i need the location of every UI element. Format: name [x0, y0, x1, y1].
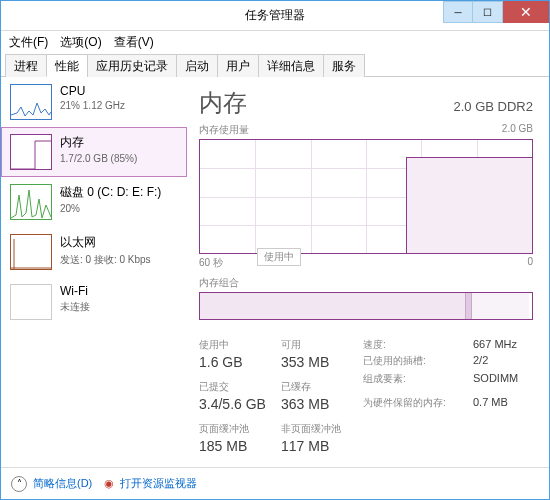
slots-value: 2/2 — [473, 354, 533, 370]
reserved-value: 0.7 MB — [473, 396, 533, 412]
form-value: SODIMM — [473, 372, 533, 394]
ethernet-title: 以太网 — [60, 234, 178, 251]
wifi-sub: 未连接 — [60, 300, 178, 314]
sidebar-item-ethernet[interactable]: 以太网发送: 0 接收: 0 Kbps — [1, 227, 187, 277]
chart-xleft: 60 秒 — [199, 256, 223, 270]
footer: ˄ 简略信息(D) ◉ 打开资源监视器 — [1, 467, 549, 499]
wifi-sparkline — [10, 284, 52, 320]
paged-label: 页面缓冲池 — [199, 422, 281, 436]
ethernet-sub: 发送: 0 接收: 0 Kbps — [60, 253, 178, 267]
speed-value: 667 MHz — [473, 338, 533, 352]
memory-sparkline — [10, 134, 52, 170]
menu-file[interactable]: 文件(F) — [9, 34, 48, 51]
close-button[interactable]: ✕ — [503, 1, 549, 23]
menu-view[interactable]: 查看(V) — [114, 34, 154, 51]
minimize-button[interactable]: ─ — [443, 1, 473, 23]
nonpaged-value: 117 MB — [281, 438, 363, 454]
titlebar: 任务管理器 ─ ☐ ✕ — [1, 1, 549, 31]
sidebar-item-wifi[interactable]: Wi-Fi未连接 — [1, 277, 187, 327]
chart-ylabel: 内存使用量 — [199, 123, 249, 137]
disk-sub: 20% — [60, 203, 178, 214]
form-label: 组成要素: — [363, 372, 473, 394]
memory-composition-chart — [199, 292, 533, 320]
chart-xright: 0 — [527, 256, 533, 270]
sidebar-item-cpu[interactable]: CPU21% 1.12 GHz — [1, 77, 187, 127]
ethernet-sparkline — [10, 234, 52, 270]
inuse-value: 1.6 GB — [199, 354, 281, 370]
page-title: 内存 — [199, 87, 247, 119]
menubar: 文件(F) 选项(O) 查看(V) — [1, 31, 549, 53]
tabbar: 进程 性能 应用历史记录 启动 用户 详细信息 服务 — [1, 53, 549, 77]
tab-performance[interactable]: 性能 — [46, 54, 88, 77]
speed-label: 速度: — [363, 338, 473, 352]
window-controls: ─ ☐ ✕ — [443, 1, 549, 23]
cached-label: 已缓存 — [281, 380, 363, 394]
sidebar-item-disk[interactable]: 磁盘 0 (C: D: E: F:)20% — [1, 177, 187, 227]
composition-label: 内存组合 — [199, 276, 239, 290]
cpu-sparkline — [10, 84, 52, 120]
tab-details[interactable]: 详细信息 — [258, 54, 324, 77]
resource-monitor-icon: ◉ — [104, 477, 114, 490]
commit-label: 已提交 — [199, 380, 281, 394]
content: CPU21% 1.12 GHz 内存1.7/2.0 GB (85%) 磁盘 0 … — [1, 77, 549, 467]
disk-title: 磁盘 0 (C: D: E: F:) — [60, 184, 178, 201]
avail-value: 353 MB — [281, 354, 363, 370]
window-title: 任务管理器 — [245, 7, 305, 24]
chart-tooltip: 使用中 — [257, 248, 301, 266]
cpu-sub: 21% 1.12 GHz — [60, 100, 178, 111]
paged-value: 185 MB — [199, 438, 281, 454]
tab-apphistory[interactable]: 应用历史记录 — [87, 54, 177, 77]
memory-title: 内存 — [60, 134, 178, 151]
main-panel: 内存 2.0 GB DDR2 内存使用量2.0 GB 60 秒 使用中 0 内存… — [187, 77, 549, 467]
tab-services[interactable]: 服务 — [323, 54, 365, 77]
tab-processes[interactable]: 进程 — [5, 54, 47, 77]
memory-sub: 1.7/2.0 GB (85%) — [60, 153, 178, 164]
avail-label: 可用 — [281, 338, 363, 352]
chevron-up-icon[interactable]: ˄ — [11, 476, 27, 492]
cpu-title: CPU — [60, 84, 178, 98]
chart-ymax: 2.0 GB — [502, 123, 533, 137]
wifi-title: Wi-Fi — [60, 284, 178, 298]
menu-options[interactable]: 选项(O) — [60, 34, 101, 51]
nonpaged-label: 非页面缓冲池 — [281, 422, 363, 436]
tab-startup[interactable]: 启动 — [176, 54, 218, 77]
disk-sparkline — [10, 184, 52, 220]
tab-users[interactable]: 用户 — [217, 54, 259, 77]
memory-usage-chart — [199, 139, 533, 254]
sidebar-item-memory[interactable]: 内存1.7/2.0 GB (85%) — [1, 127, 187, 177]
maximize-button[interactable]: ☐ — [473, 1, 503, 23]
memory-capacity: 2.0 GB DDR2 — [454, 99, 533, 114]
sidebar: CPU21% 1.12 GHz 内存1.7/2.0 GB (85%) 磁盘 0 … — [1, 77, 187, 467]
commit-value: 3.4/5.6 GB — [199, 396, 281, 412]
slots-label: 已使用的插槽: — [363, 354, 473, 370]
inuse-label: 使用中 — [199, 338, 281, 352]
reserved-label: 为硬件保留的内存: — [363, 396, 473, 412]
resource-monitor-link[interactable]: 打开资源监视器 — [120, 476, 197, 491]
stats-grid: 使用中 可用 速度: 667 MHz 1.6 GB 353 MB 已使用的插槽:… — [199, 338, 533, 454]
cached-value: 363 MB — [281, 396, 363, 412]
fewer-details-link[interactable]: 简略信息(D) — [33, 476, 92, 491]
